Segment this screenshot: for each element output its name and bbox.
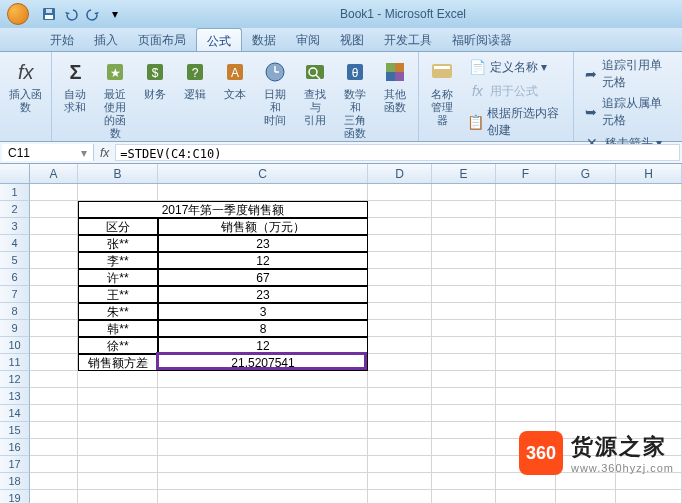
row-header-11[interactable]: 11 [0,354,30,371]
row-header-2[interactable]: 2 [0,201,30,218]
cell[interactable] [496,405,556,422]
cell[interactable] [556,490,616,503]
cell[interactable] [432,184,496,201]
cell[interactable] [368,218,432,235]
tab-home[interactable]: 开始 [40,28,84,51]
office-button[interactable] [0,0,36,28]
cell[interactable] [432,337,496,354]
cell[interactable] [432,490,496,503]
financial-button[interactable]: $财务 [136,54,174,103]
tab-data[interactable]: 数据 [242,28,286,51]
col-header-D[interactable]: D [368,164,432,183]
cell[interactable] [30,184,78,201]
cell[interactable] [616,473,682,490]
row-header-15[interactable]: 15 [0,422,30,439]
cell[interactable] [556,252,616,269]
cell[interactable] [30,286,78,303]
row-header-10[interactable]: 10 [0,337,30,354]
row-header-7[interactable]: 7 [0,286,30,303]
cell[interactable] [556,235,616,252]
data-cell[interactable]: 23 [158,286,368,303]
row-header-4[interactable]: 4 [0,235,30,252]
data-cell[interactable]: 3 [158,303,368,320]
cell[interactable] [368,473,432,490]
cell[interactable] [368,456,432,473]
cell[interactable] [496,252,556,269]
tab-view[interactable]: 视图 [330,28,374,51]
cell[interactable] [158,490,368,503]
row-header-18[interactable]: 18 [0,473,30,490]
row-header-13[interactable]: 13 [0,388,30,405]
cell[interactable] [496,201,556,218]
cell[interactable] [496,473,556,490]
cell[interactable] [496,490,556,503]
cell[interactable] [78,388,158,405]
cell[interactable] [432,269,496,286]
cell[interactable] [616,252,682,269]
formula-input[interactable]: =STDEV(C4:C10) [115,144,680,161]
cell[interactable] [368,252,432,269]
cell[interactable] [432,388,496,405]
data-cell[interactable]: 区分 [78,218,158,235]
cell[interactable] [158,184,368,201]
data-cell[interactable]: 销售额（万元） [158,218,368,235]
cell[interactable] [158,456,368,473]
cell[interactable] [30,354,78,371]
cell[interactable] [30,235,78,252]
cell[interactable] [496,286,556,303]
cell[interactable] [158,388,368,405]
col-header-A[interactable]: A [30,164,78,183]
autosum-button[interactable]: Σ自动求和 [56,54,94,116]
tab-formulas[interactable]: 公式 [196,28,242,51]
cell[interactable] [30,252,78,269]
cell[interactable] [30,405,78,422]
cell[interactable] [30,422,78,439]
more-fn-button[interactable]: 其他函数 [376,54,414,116]
cell[interactable] [556,337,616,354]
cell[interactable] [158,439,368,456]
fx-icon[interactable]: fx [100,146,109,160]
cell[interactable] [368,405,432,422]
cell[interactable] [368,439,432,456]
cell[interactable] [496,218,556,235]
cell[interactable] [556,388,616,405]
cell[interactable] [368,235,432,252]
save-icon[interactable] [40,5,58,23]
trace-precedents-button[interactable]: ➦追踪引用单元格 [580,56,676,92]
cell[interactable] [432,303,496,320]
recent-fn-button[interactable]: ★最近使用 的函数 [96,54,134,142]
cell[interactable] [30,320,78,337]
cell[interactable] [78,405,158,422]
cell[interactable] [616,405,682,422]
row-header-17[interactable]: 17 [0,456,30,473]
cell[interactable] [616,320,682,337]
cell[interactable] [496,235,556,252]
data-cell[interactable]: 许** [78,269,158,286]
cell[interactable] [616,354,682,371]
cell[interactable] [432,422,496,439]
cell[interactable] [368,286,432,303]
cell[interactable] [78,371,158,388]
define-name-button[interactable]: 📄定义名称▾ [465,56,567,78]
data-cell[interactable]: 销售额方差 [78,354,158,371]
tab-insert[interactable]: 插入 [84,28,128,51]
math-button[interactable]: θ数学和 三角函数 [336,54,374,142]
cell[interactable] [616,388,682,405]
col-header-F[interactable]: F [496,164,556,183]
cell[interactable] [30,371,78,388]
data-cell[interactable]: 2017年第一季度销售额 [78,201,368,218]
cell[interactable] [556,473,616,490]
cell[interactable] [616,269,682,286]
cell[interactable] [616,286,682,303]
col-header-E[interactable]: E [432,164,496,183]
cell[interactable] [368,354,432,371]
cell[interactable] [556,184,616,201]
cell[interactable] [30,269,78,286]
name-box[interactable]: C11▾ [2,144,94,161]
cell[interactable] [496,303,556,320]
cell[interactable] [368,184,432,201]
tab-foxit[interactable]: 福昕阅读器 [442,28,522,51]
cell[interactable] [30,388,78,405]
cell[interactable] [556,201,616,218]
cell[interactable] [432,456,496,473]
